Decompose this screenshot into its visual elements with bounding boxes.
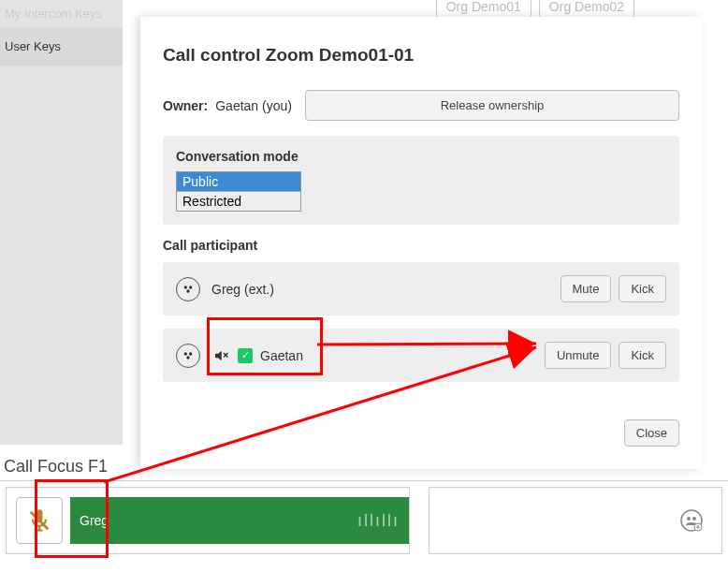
participant-row-greg: Greg (ext.) Mute Kick — [163, 262, 679, 315]
participant-icon — [176, 277, 200, 301]
unmute-button[interactable]: Unmute — [545, 342, 612, 369]
participant-row-gaetan: ✓ Gaetan Unmute Kick — [163, 329, 679, 382]
active-call-panel[interactable]: Greg ıllıllı — [70, 497, 409, 544]
svg-point-8 — [189, 286, 192, 288]
svg-point-5 — [692, 517, 696, 521]
svg-point-10 — [184, 352, 187, 355]
call-control-modal: Call control Zoom Demo01-01 Owner: Gaeta… — [140, 17, 702, 469]
kick-button[interactable]: Kick — [619, 342, 666, 369]
modal-title: Call control Zoom Demo01-01 — [163, 45, 679, 66]
org-tab-2[interactable]: Org Demo02 — [539, 0, 634, 19]
release-ownership-button[interactable]: Release ownership — [305, 90, 679, 121]
call-card[interactable]: Greg ıllıllı — [6, 487, 410, 554]
conversation-mode-option-public[interactable]: Public — [177, 172, 300, 192]
conversation-mode-label: Conversation mode — [176, 149, 666, 164]
group-card — [429, 487, 722, 554]
svg-point-7 — [184, 286, 187, 288]
call-participant-label: Call participant — [163, 238, 679, 253]
org-tab-1[interactable]: Org Demo01 — [436, 0, 531, 19]
close-button[interactable]: Close — [624, 419, 679, 447]
participant-name: Greg (ext.) — [211, 282, 561, 297]
speaker-muted-icon — [211, 346, 230, 365]
mic-toggle[interactable] — [16, 497, 63, 544]
mic-muted-icon — [26, 507, 52, 534]
conversation-mode-select[interactable]: Public Restricted — [176, 171, 301, 212]
org-tabs: Org Demo01 Org Demo02 — [436, 0, 634, 19]
conversation-mode-option-restricted[interactable]: Restricted — [177, 192, 300, 211]
svg-point-12 — [186, 356, 189, 359]
sidebar: My Intercom Keys User Keys — [0, 0, 123, 445]
svg-point-11 — [189, 352, 192, 355]
participant-name: Gaetan — [260, 348, 545, 363]
owner-label: Owner: — [163, 98, 208, 113]
group-settings-icon[interactable] — [680, 509, 703, 532]
sidebar-item-intercom[interactable]: My Intercom Keys — [0, 0, 123, 29]
check-icon: ✓ — [238, 348, 253, 363]
svg-point-9 — [186, 289, 189, 292]
participant-icon — [176, 344, 200, 368]
sidebar-item-userkeys[interactable]: User Keys — [0, 29, 123, 66]
footer: Call Focus F1 Greg ıllıllı — [0, 457, 728, 572]
kick-button[interactable]: Kick — [619, 275, 666, 302]
owner-value: Gaetan (you) — [215, 98, 292, 113]
mute-button[interactable]: Mute — [561, 275, 612, 302]
svg-point-4 — [687, 517, 691, 521]
audio-wave-icon: ıllıllı — [357, 511, 400, 531]
active-call-name: Greg — [80, 513, 109, 528]
conversation-mode-card: Conversation mode Public Restricted — [163, 136, 679, 225]
